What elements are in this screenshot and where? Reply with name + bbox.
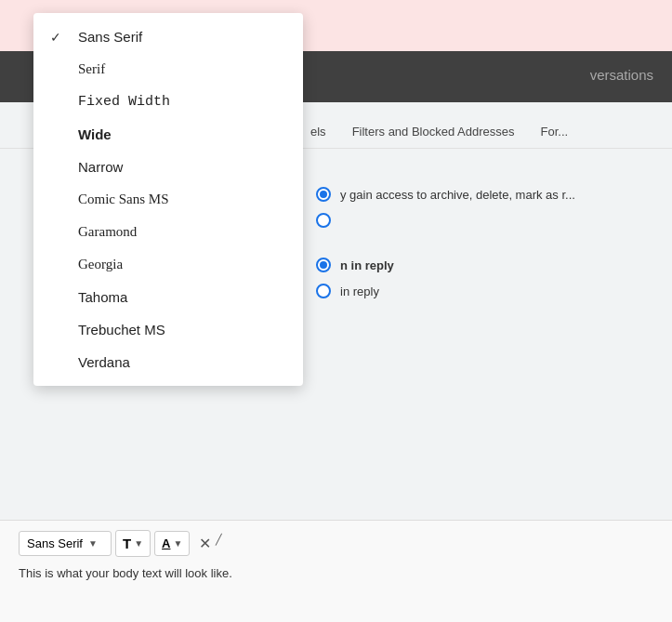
radio-row-reply-2: in reply [316, 284, 653, 298]
font-option-narrow[interactable]: Narrow [33, 151, 303, 183]
radio-label-reply-2: in reply [340, 285, 379, 298]
font-size-icon: T [123, 536, 131, 551]
tab-els[interactable]: els [297, 115, 339, 148]
font-option-label: Comic Sans MS [78, 192, 169, 207]
tab-for[interactable]: For... [528, 115, 582, 148]
font-option-label: Fixed Width [78, 94, 170, 110]
font-option-garamond[interactable]: Garamond [33, 216, 303, 248]
radio-row-1: y gain access to archive, delete, mark a… [316, 187, 653, 202]
font-color-button[interactable]: A ▼ [154, 531, 190, 556]
radio-button-reply-1[interactable] [316, 258, 331, 272]
font-controls-row: Sans Serif ▼ T ▼ A ▼ ✕ ╱ [19, 530, 653, 557]
font-size-button[interactable]: T ▼ [115, 530, 151, 557]
font-option-label: Garamond [78, 224, 137, 240]
font-option-label: Georgia [78, 257, 123, 272]
underline-a-icon: A [162, 536, 170, 550]
font-family-dropdown: ✓ Sans Serif Serif Fixed Width Wide Narr… [33, 13, 303, 386]
checkmark-icon: ✓ [50, 30, 61, 45]
font-size-chevron-icon: ▼ [134, 538, 143, 549]
font-option-sans-serif[interactable]: ✓ Sans Serif [33, 20, 303, 53]
strikethrough-indicator: ╱ [216, 534, 222, 545]
radio-row-2 [316, 213, 653, 228]
conversations-label: versations [590, 67, 653, 83]
font-option-wide[interactable]: Wide [33, 118, 303, 151]
radio-button-2[interactable] [316, 213, 331, 228]
font-family-chevron-icon: ▼ [88, 538, 98, 549]
font-option-label: Trebuchet MS [78, 322, 165, 337]
font-family-select[interactable]: Sans Serif ▼ [19, 531, 112, 556]
font-option-label: Sans Serif [78, 29, 142, 45]
radio-button-1[interactable] [316, 187, 331, 202]
font-option-comic-sans[interactable]: Comic Sans MS [33, 183, 303, 216]
clear-formatting-button[interactable]: ✕ ╱ [193, 530, 227, 556]
font-option-label: Narrow [78, 159, 123, 175]
font-option-serif[interactable]: Serif [33, 53, 303, 86]
font-family-label: Sans Serif [27, 536, 83, 550]
font-option-label: Serif [78, 61, 105, 77]
font-option-tahoma[interactable]: Tahoma [33, 281, 303, 313]
settings-content-area: y gain access to archive, delete, mark a… [297, 172, 672, 324]
radio-label-1: y gain access to archive, delete, mark a… [340, 188, 575, 202]
font-preview-bar: Sans Serif ▼ T ▼ A ▼ ✕ ╱ This is what yo… [0, 520, 672, 622]
font-option-label: Tahoma [78, 289, 127, 305]
font-option-verdana[interactable]: Verdana [33, 346, 303, 378]
font-color-chevron-icon: ▼ [173, 538, 182, 549]
body-text-preview: This is what your body text will look li… [19, 566, 653, 580]
font-option-trebuchet[interactable]: Trebuchet MS [33, 313, 303, 346]
font-option-label: Verdana [78, 354, 130, 370]
radio-button-reply-2[interactable] [316, 284, 331, 298]
radio-label-reply-1: n in reply [340, 258, 394, 272]
font-option-georgia[interactable]: Georgia [33, 248, 303, 281]
font-option-fixed-width[interactable]: Fixed Width [33, 86, 303, 118]
tab-filters[interactable]: Filters and Blocked Addresses [339, 115, 528, 148]
radio-row-reply-1: n in reply [316, 258, 653, 272]
font-option-label: Wide [78, 126, 112, 142]
clear-icon: ✕ [199, 536, 211, 552]
